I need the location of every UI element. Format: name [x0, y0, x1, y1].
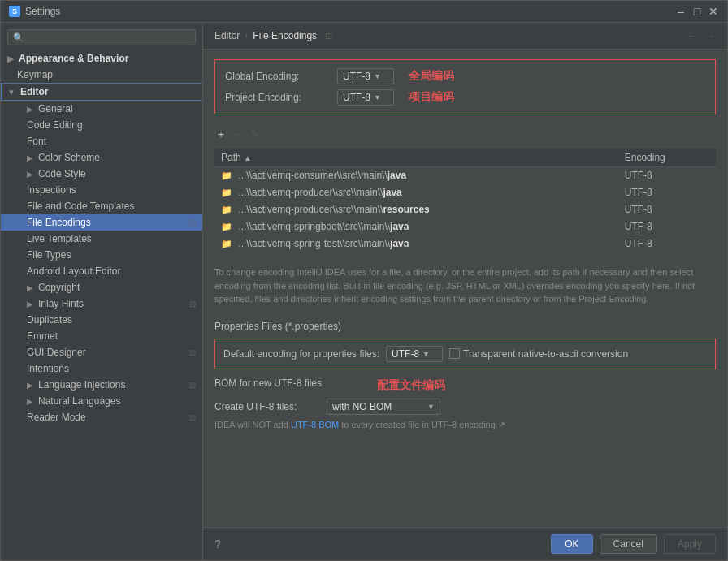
- sidebar-item-label: Language Injections: [38, 379, 125, 391]
- app-icon: S: [9, 6, 20, 17]
- sidebar-item-editor[interactable]: ▼ Editor: [1, 83, 202, 101]
- create-utf8-value: with NO BOM: [332, 401, 392, 412]
- table-cell-encoding: UTF-8: [618, 201, 716, 218]
- sidebar-item-label: Emmet: [27, 330, 58, 342]
- external-link-icon[interactable]: ↗: [498, 420, 505, 429]
- close-button[interactable]: ✕: [708, 6, 719, 17]
- breadcrumb-pin-icon: ⊡: [325, 31, 332, 41]
- sidebar-item-gui-designer[interactable]: GUI Designer ⊡: [1, 344, 202, 360]
- sidebar-item-label: Intentions: [27, 363, 69, 374]
- sidebar-item-label: Reader Mode: [27, 412, 86, 423]
- create-utf8-label: Create UTF-8 files:: [214, 401, 320, 412]
- bottom-bar: ? OK Cancel Apply: [203, 527, 727, 560]
- sidebar-item-label: Duplicates: [27, 314, 72, 326]
- nav-arrows: ← →: [687, 29, 716, 42]
- breadcrumb-parent: Editor: [214, 30, 240, 41]
- title-bar-left: S Settings: [9, 6, 60, 17]
- table-cell-encoding: UTF-8: [618, 218, 716, 235]
- bom-config-annotation: 配置文件编码: [377, 378, 445, 393]
- minimize-button[interactable]: –: [675, 6, 687, 17]
- table-cell-encoding: UTF-8: [618, 167, 716, 184]
- table-row[interactable]: 📁 ...\\activemq-producer\\src\\main\\jav…: [214, 184, 716, 201]
- utf8-bom-link[interactable]: UTF-8 BOM: [291, 420, 339, 429]
- forward-arrow[interactable]: →: [704, 29, 716, 42]
- sidebar-item-label: Inspections: [27, 184, 76, 196]
- sidebar-item-label: Keymap: [17, 69, 53, 80]
- sidebar-item-inspections[interactable]: Inspections: [1, 182, 202, 198]
- sidebar-item-code-editing[interactable]: Code Editing: [1, 117, 202, 133]
- create-utf8-select[interactable]: with NO BOM ▼: [327, 399, 440, 415]
- default-encoding-select[interactable]: UTF-8 ▼: [386, 346, 443, 362]
- sidebar-item-file-encodings[interactable]: File Encodings ⊡: [1, 214, 202, 231]
- sidebar-item-font[interactable]: Font: [1, 133, 202, 149]
- sidebar-item-code-style[interactable]: ▶ Code Style: [1, 166, 202, 182]
- sidebar-item-android-layout[interactable]: Android Layout Editor: [1, 263, 202, 279]
- chevron-icon: ▶: [27, 153, 33, 162]
- search-box[interactable]: 🔍: [7, 29, 196, 45]
- breadcrumb-separator: ›: [245, 30, 248, 41]
- table-cell-path: 📁 ...\\activemq-producer\\src\\main\\res…: [214, 201, 618, 218]
- folder-icon: 📁: [221, 188, 232, 197]
- sidebar-item-emmet[interactable]: Emmet: [1, 328, 202, 344]
- ok-button[interactable]: OK: [551, 534, 592, 554]
- window-controls[interactable]: – □ ✕: [675, 6, 719, 17]
- chevron-icon: ▶: [7, 54, 14, 63]
- sidebar-item-general[interactable]: ▶ General: [1, 101, 202, 117]
- table-toolbar: + − ✎: [214, 123, 716, 145]
- global-encoding-row: Global Encoding: UTF-8 ▼ 全局编码: [225, 68, 705, 84]
- main-panel: Editor › File Encodings ⊡ ← → Global Enc…: [203, 23, 727, 560]
- table-row[interactable]: 📁 ...\\activemq-springboot\\src\\main\\j…: [214, 218, 716, 235]
- folder-icon: 📁: [221, 239, 232, 248]
- breadcrumb: Editor › File Encodings ⊡: [214, 30, 332, 41]
- sidebar-item-keymap[interactable]: Keymap: [1, 67, 202, 83]
- sidebar-item-label: Natural Languages: [38, 395, 120, 407]
- sidebar-item-natural-languages[interactable]: ▶ Natural Languages: [1, 393, 202, 409]
- sidebar-item-color-scheme[interactable]: ▶ Color Scheme: [1, 149, 202, 166]
- maximize-button[interactable]: □: [691, 6, 703, 17]
- path-column-header[interactable]: Path ▲: [214, 149, 618, 167]
- folder-icon: 📁: [221, 222, 232, 231]
- sidebar-item-intentions[interactable]: Intentions: [1, 360, 202, 377]
- project-encoding-select[interactable]: UTF-8 ▼: [337, 89, 394, 106]
- sidebar-item-duplicates[interactable]: Duplicates: [1, 312, 202, 328]
- remove-button[interactable]: −: [231, 126, 244, 142]
- chevron-icon: ▶: [27, 170, 33, 179]
- dropdown-arrow-icon: ▼: [374, 93, 381, 101]
- sidebar-item-live-templates[interactable]: Live Templates: [1, 231, 202, 247]
- search-input[interactable]: [28, 32, 190, 43]
- cancel-button[interactable]: Cancel: [600, 534, 657, 554]
- chevron-icon: ▶: [27, 300, 33, 309]
- table-row[interactable]: 📁 ...\\activemq-producer\\src\\main\\res…: [214, 201, 716, 218]
- folder-icon: 📁: [221, 205, 232, 214]
- sidebar-item-language-injections[interactable]: ▶ Language Injections ⊡: [1, 377, 202, 393]
- add-button[interactable]: +: [214, 126, 228, 142]
- sidebar-item-label: Color Scheme: [38, 152, 100, 163]
- sidebar-item-label: File Types: [27, 249, 71, 261]
- help-icon[interactable]: ?: [214, 537, 221, 550]
- chevron-icon: ▶: [27, 381, 33, 390]
- bom-create-row: Create UTF-8 files: with NO BOM ▼: [214, 399, 716, 415]
- sidebar-item-file-types[interactable]: File Types: [1, 247, 202, 263]
- sidebar-item-copyright[interactable]: ▶ Copyright: [1, 279, 202, 296]
- encoding-box: Global Encoding: UTF-8 ▼ 全局编码 Project En…: [214, 59, 716, 114]
- sidebar-item-reader-mode[interactable]: Reader Mode ⊡: [1, 409, 202, 425]
- sidebar-item-label: Inlay Hints: [38, 298, 84, 309]
- table-row[interactable]: 📁 ...\\activemq-consumer\\src\\main\\jav…: [214, 167, 716, 184]
- bom-section: BOM for new UTF-8 files 配置文件编码 Create UT…: [214, 378, 716, 430]
- sidebar-item-inlay-hints[interactable]: ▶ Inlay Hints ⊡: [1, 296, 202, 312]
- table-cell-path: 📁 ...\\activemq-consumer\\src\\main\\jav…: [214, 167, 618, 184]
- path-table: Path ▲ Encoding 📁 ...\\activemq-consumer…: [214, 149, 716, 252]
- global-encoding-select[interactable]: UTF-8 ▼: [337, 68, 394, 84]
- sidebar-item-file-and-code[interactable]: File and Code Templates: [1, 198, 202, 214]
- apply-button[interactable]: Apply: [664, 534, 716, 554]
- encoding-column-header[interactable]: Encoding: [618, 149, 716, 167]
- transparent-checkbox-wrap[interactable]: Transparent native-to-ascii conversion: [449, 348, 628, 360]
- project-annotation: 项目编码: [409, 90, 454, 105]
- sidebar-item-appearance[interactable]: ▶ Appearance & Behavior: [1, 50, 202, 67]
- transparent-checkbox[interactable]: [449, 348, 460, 359]
- chevron-icon: ▶: [27, 105, 33, 114]
- table-row[interactable]: 📁 ...\\activemq-spring-test\\src\\main\\…: [214, 235, 716, 252]
- info-text: To change encoding IntelliJ IDEA uses fo…: [214, 261, 716, 311]
- edit-button[interactable]: ✎: [247, 126, 263, 142]
- back-arrow[interactable]: ←: [687, 29, 698, 42]
